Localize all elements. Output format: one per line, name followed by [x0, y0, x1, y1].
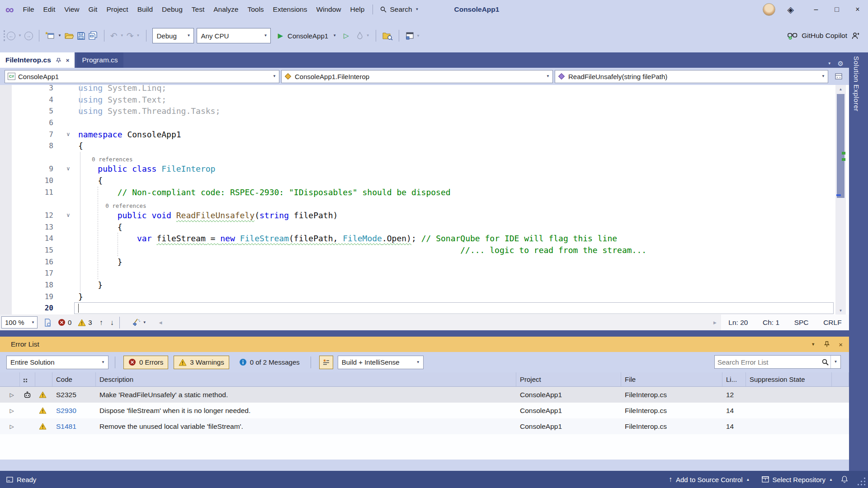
- fold-toggle-icon[interactable]: ∨: [63, 129, 73, 141]
- menu-item-help[interactable]: Help: [346, 0, 369, 19]
- insert-mode-indicator[interactable]: SPC: [794, 319, 809, 327]
- new-item-dropdown-icon[interactable]: ▼: [58, 34, 61, 38]
- resize-grip[interactable]: [864, 484, 865, 485]
- avatar[interactable]: [763, 3, 775, 16]
- scope-select[interactable]: Entire Solution ▼: [6, 356, 108, 369]
- select-repository-button[interactable]: Select Repository ▲: [758, 471, 836, 488]
- member-dropdown[interactable]: ReadFileUnsafely(string filePath) ▼: [555, 70, 828, 83]
- error-list-row-s2930[interactable]: ▷S2930Dispose 'fileStream' when it is no…: [0, 403, 849, 418]
- search-options-dropdown[interactable]: ▼: [830, 356, 840, 368]
- open-folder-icon[interactable]: [64, 32, 74, 40]
- horizontal-scrollbar[interactable]: ◀ ▶: [146, 314, 721, 330]
- undo-dropdown-icon[interactable]: ▼: [120, 34, 124, 38]
- search-button[interactable]: Search ▼: [377, 5, 422, 14]
- menu-item-build[interactable]: Build: [133, 0, 157, 19]
- scroll-down-icon[interactable]: ▼: [835, 306, 846, 314]
- solution-explorer-collapsed-tab[interactable]: Solution Explorer: [853, 56, 860, 112]
- codelens-references[interactable]: 0 references: [78, 156, 132, 163]
- copilot-fix-icon[interactable]: [24, 391, 31, 398]
- zoom-select[interactable]: 100 % ▼: [1, 316, 38, 328]
- save-icon[interactable]: [77, 32, 85, 40]
- copilot-status-button[interactable]: GitHub Copilot: [788, 32, 868, 40]
- panel-splitter[interactable]: [0, 330, 868, 337]
- row-expander[interactable]: ▷: [0, 403, 20, 418]
- errors-indicator[interactable]: 0: [58, 319, 71, 326]
- fold-toggle-icon[interactable]: ∨: [63, 210, 73, 221]
- column-header-li[interactable]: Li...: [722, 372, 746, 386]
- column-header-file[interactable]: File: [621, 372, 722, 386]
- menu-item-view[interactable]: View: [60, 0, 84, 19]
- close-button[interactable]: ×: [847, 0, 868, 19]
- code-cell[interactable]: S2325: [52, 387, 96, 403]
- column-header-project[interactable]: Project: [516, 372, 621, 386]
- scroll-up-icon[interactable]: ▲: [835, 85, 846, 93]
- source-filter-select[interactable]: Build + IntelliSense ▼: [338, 356, 424, 369]
- navigate-forward-button[interactable]: →: [24, 32, 33, 40]
- gear-icon[interactable]: ⚙: [838, 60, 844, 68]
- redo-icon[interactable]: ↷: [127, 32, 134, 40]
- line-indicator[interactable]: Ln: 20: [728, 319, 748, 327]
- save-all-icon[interactable]: [88, 31, 98, 40]
- pin-icon[interactable]: [56, 57, 61, 63]
- menu-item-git[interactable]: Git: [84, 0, 102, 19]
- scrollbar-thumb[interactable]: [837, 94, 844, 198]
- solution-platform-select[interactable]: Any CPU ▼: [197, 28, 271, 43]
- menu-item-edit[interactable]: Edit: [39, 0, 60, 19]
- rule-code-link[interactable]: S2930: [56, 407, 76, 415]
- error-list-search[interactable]: ▼: [714, 355, 841, 369]
- fold-toggle-icon[interactable]: ∨: [63, 163, 73, 175]
- navigate-back-button[interactable]: ←: [7, 32, 15, 40]
- scroll-right-icon[interactable]: ▶: [713, 314, 717, 330]
- project-dropdown[interactable]: C# ConsoleApp1 ▼: [5, 70, 279, 83]
- next-issue-button[interactable]: ↓: [110, 319, 114, 327]
- redo-dropdown-icon[interactable]: ▼: [137, 34, 140, 38]
- warnings-filter-button[interactable]: 3 Warnings: [174, 356, 229, 369]
- run-target-dropdown-icon[interactable]: ▼: [333, 34, 336, 38]
- feedback-diamond-icon[interactable]: ◈: [787, 5, 794, 15]
- error-list-row-s2325[interactable]: ▷S2325Make 'ReadFileUnsafely' a static m…: [0, 387, 849, 403]
- document-health-button[interactable]: [44, 319, 52, 327]
- column-header-code[interactable]: Code: [52, 372, 96, 386]
- preview-window-icon[interactable]: [405, 32, 415, 40]
- type-dropdown[interactable]: ConsoleApp1.FileInterop ▼: [281, 70, 553, 83]
- errors-filter-button[interactable]: 0 Errors: [123, 356, 168, 369]
- background-tasks-icon[interactable]: [6, 477, 13, 483]
- notifications-bell-icon[interactable]: [841, 475, 848, 483]
- rule-code-link[interactable]: S1481: [56, 422, 76, 431]
- code-editor[interactable]: 3using System.Linq;4using System.Text;5u…: [0, 85, 849, 314]
- split-window-button[interactable]: [833, 70, 844, 82]
- hot-reload-dropdown-icon[interactable]: ▼: [366, 34, 370, 38]
- tab-fileinterop[interactable]: FileInterop.cs ×: [0, 52, 75, 68]
- menu-item-file[interactable]: File: [19, 0, 39, 19]
- column-indicator[interactable]: Ch: 1: [763, 319, 779, 327]
- tab-list-dropdown-icon[interactable]: ▼: [828, 62, 831, 66]
- add-to-source-control-button[interactable]: ↑ Add to Source Control ▲: [665, 471, 754, 488]
- toolbar-drag-handle[interactable]: [4, 30, 5, 41]
- code-cell[interactable]: S1481: [52, 418, 96, 434]
- undo-icon[interactable]: ↶: [110, 32, 118, 40]
- codelens-references[interactable]: 0 references: [78, 202, 146, 209]
- row-expander[interactable]: ▷: [0, 418, 20, 434]
- new-project-icon[interactable]: [45, 31, 55, 40]
- run-target-label[interactable]: ConsoleApp1: [288, 32, 328, 40]
- row-expander[interactable]: ▷: [0, 387, 20, 403]
- menu-item-tools[interactable]: Tools: [243, 0, 268, 19]
- start-debugging-icon[interactable]: ▶: [278, 32, 283, 40]
- code-cell[interactable]: S2930: [52, 403, 96, 418]
- error-list-row-s1481[interactable]: ▷S1481Remove the unused local variable '…: [0, 418, 849, 434]
- warnings-indicator[interactable]: 3: [78, 319, 92, 326]
- solution-configuration-select[interactable]: Debug ▼: [152, 28, 194, 43]
- column-header-description[interactable]: Description: [96, 372, 516, 386]
- find-in-files-icon[interactable]: [382, 32, 393, 40]
- menu-item-test[interactable]: Test: [187, 0, 209, 19]
- menu-item-project[interactable]: Project: [102, 0, 132, 19]
- columns-options-button[interactable]: [319, 356, 333, 369]
- messages-filter-button[interactable]: 0 of 2 Messages: [235, 356, 304, 369]
- previous-issue-button[interactable]: ↑: [99, 319, 103, 327]
- error-list-title-bar[interactable]: Error List ▼ ×: [0, 337, 849, 352]
- window-position-icon[interactable]: ▼: [811, 343, 815, 347]
- scroll-left-icon[interactable]: ◀: [159, 314, 162, 330]
- start-without-debugging-icon[interactable]: ▷: [344, 32, 349, 40]
- line-ending-indicator[interactable]: CRLF: [823, 319, 841, 327]
- minimize-button[interactable]: –: [806, 0, 826, 19]
